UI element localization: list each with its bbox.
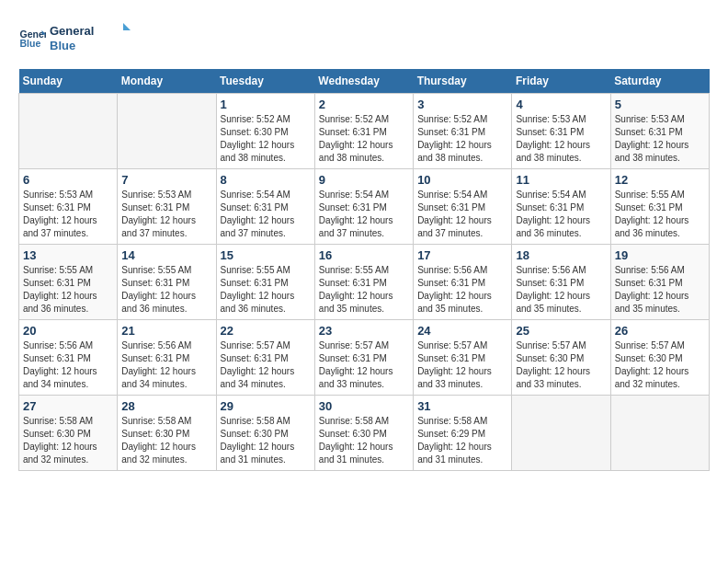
day-number: 7 (121, 173, 211, 187)
day-cell: 12Sunrise: 5:55 AM Sunset: 6:31 PM Dayli… (610, 168, 709, 244)
day-info: Sunrise: 5:57 AM Sunset: 6:30 PM Dayligh… (615, 339, 705, 391)
day-number: 18 (516, 248, 606, 262)
day-cell: 18Sunrise: 5:56 AM Sunset: 6:31 PM Dayli… (512, 244, 610, 319)
weekday-header-saturday: Saturday (610, 69, 709, 94)
day-number: 29 (221, 399, 311, 413)
day-cell: 6Sunrise: 5:53 AM Sunset: 6:31 PM Daylig… (19, 168, 118, 244)
svg-text:Blue: Blue (50, 39, 75, 52)
day-cell: 5Sunrise: 5:53 AM Sunset: 6:31 PM Daylig… (610, 93, 709, 168)
day-number: 9 (319, 173, 409, 187)
weekday-header-tuesday: Tuesday (216, 69, 314, 94)
day-number: 8 (221, 173, 311, 187)
day-info: Sunrise: 5:54 AM Sunset: 6:31 PM Dayligh… (516, 189, 606, 240)
day-number: 30 (319, 399, 409, 413)
day-info: Sunrise: 5:56 AM Sunset: 6:31 PM Dayligh… (121, 339, 211, 391)
svg-marker-5 (123, 23, 131, 30)
day-info: Sunrise: 5:52 AM Sunset: 6:31 PM Dayligh… (319, 113, 409, 165)
day-number: 31 (417, 399, 507, 413)
day-number: 17 (417, 248, 507, 262)
day-cell: 19Sunrise: 5:56 AM Sunset: 6:31 PM Dayli… (610, 244, 709, 319)
day-number: 15 (221, 248, 311, 262)
day-cell: 16Sunrise: 5:55 AM Sunset: 6:31 PM Dayli… (314, 244, 413, 319)
day-info: Sunrise: 5:55 AM Sunset: 6:31 PM Dayligh… (23, 264, 113, 316)
weekday-header-monday: Monday (118, 69, 216, 94)
day-cell: 8Sunrise: 5:54 AM Sunset: 6:31 PM Daylig… (216, 168, 314, 244)
day-info: Sunrise: 5:57 AM Sunset: 6:30 PM Dayligh… (516, 339, 606, 391)
day-info: Sunrise: 5:57 AM Sunset: 6:31 PM Dayligh… (417, 339, 507, 391)
day-cell: 25Sunrise: 5:57 AM Sunset: 6:30 PM Dayli… (512, 319, 610, 395)
day-cell: 14Sunrise: 5:55 AM Sunset: 6:31 PM Dayli… (118, 244, 216, 319)
day-number: 28 (121, 399, 211, 413)
day-info: Sunrise: 5:53 AM Sunset: 6:31 PM Dayligh… (23, 189, 113, 240)
day-number: 25 (516, 324, 606, 338)
day-number: 22 (221, 324, 311, 338)
day-info: Sunrise: 5:56 AM Sunset: 6:31 PM Dayligh… (516, 264, 606, 316)
day-number: 1 (221, 98, 311, 111)
day-number: 2 (319, 98, 409, 111)
day-cell: 4Sunrise: 5:53 AM Sunset: 6:31 PM Daylig… (512, 93, 610, 168)
day-number: 20 (23, 324, 113, 338)
logo-icon: General Blue (18, 25, 46, 52)
week-row-5: 27Sunrise: 5:58 AM Sunset: 6:30 PM Dayli… (19, 395, 710, 470)
day-number: 27 (23, 399, 113, 413)
day-cell: 21Sunrise: 5:56 AM Sunset: 6:31 PM Dayli… (118, 319, 216, 395)
calendar-table: SundayMondayTuesdayWednesdayThursdayFrid… (18, 69, 710, 471)
day-cell: 27Sunrise: 5:58 AM Sunset: 6:30 PM Dayli… (19, 395, 118, 470)
day-number: 21 (121, 324, 211, 338)
day-cell: 23Sunrise: 5:57 AM Sunset: 6:31 PM Dayli… (314, 319, 413, 395)
day-number: 6 (23, 173, 113, 187)
day-number: 16 (319, 248, 409, 262)
day-cell: 3Sunrise: 5:52 AM Sunset: 6:31 PM Daylig… (414, 93, 512, 168)
logo-text: General Blue (50, 18, 132, 60)
day-cell: 10Sunrise: 5:54 AM Sunset: 6:31 PM Dayli… (414, 168, 512, 244)
day-info: Sunrise: 5:57 AM Sunset: 6:31 PM Dayligh… (319, 339, 409, 391)
week-row-4: 20Sunrise: 5:56 AM Sunset: 6:31 PM Dayli… (19, 319, 710, 395)
day-cell: 28Sunrise: 5:58 AM Sunset: 6:30 PM Dayli… (118, 395, 216, 470)
week-row-2: 6Sunrise: 5:53 AM Sunset: 6:31 PM Daylig… (19, 168, 710, 244)
day-cell: 17Sunrise: 5:56 AM Sunset: 6:31 PM Dayli… (414, 244, 512, 319)
weekday-header-wednesday: Wednesday (314, 69, 413, 94)
day-info: Sunrise: 5:56 AM Sunset: 6:31 PM Dayligh… (615, 264, 705, 316)
day-number: 13 (23, 248, 113, 262)
day-info: Sunrise: 5:52 AM Sunset: 6:31 PM Dayligh… (417, 113, 507, 165)
week-row-3: 13Sunrise: 5:55 AM Sunset: 6:31 PM Dayli… (19, 244, 710, 319)
day-cell: 1Sunrise: 5:52 AM Sunset: 6:30 PM Daylig… (216, 93, 314, 168)
day-info: Sunrise: 5:54 AM Sunset: 6:31 PM Dayligh… (417, 189, 507, 240)
day-cell: 30Sunrise: 5:58 AM Sunset: 6:30 PM Dayli… (314, 395, 413, 470)
day-number: 4 (516, 98, 606, 111)
day-cell (118, 93, 216, 168)
day-info: Sunrise: 5:53 AM Sunset: 6:31 PM Dayligh… (516, 113, 606, 165)
day-info: Sunrise: 5:55 AM Sunset: 6:31 PM Dayligh… (121, 264, 211, 316)
day-cell: 7Sunrise: 5:53 AM Sunset: 6:31 PM Daylig… (118, 168, 216, 244)
day-cell: 11Sunrise: 5:54 AM Sunset: 6:31 PM Dayli… (512, 168, 610, 244)
day-cell: 9Sunrise: 5:54 AM Sunset: 6:31 PM Daylig… (314, 168, 413, 244)
day-info: Sunrise: 5:58 AM Sunset: 6:30 PM Dayligh… (121, 415, 211, 466)
day-info: Sunrise: 5:58 AM Sunset: 6:29 PM Dayligh… (417, 415, 507, 466)
day-number: 14 (121, 248, 211, 262)
day-number: 5 (615, 98, 705, 111)
day-number: 12 (615, 173, 705, 187)
day-info: Sunrise: 5:55 AM Sunset: 6:31 PM Dayligh… (615, 189, 705, 240)
day-info: Sunrise: 5:52 AM Sunset: 6:30 PM Dayligh… (221, 113, 311, 165)
svg-text:Blue: Blue (20, 38, 41, 49)
day-cell (512, 395, 610, 470)
page-header: General Blue General Blue (18, 18, 710, 60)
weekday-header-sunday: Sunday (19, 69, 118, 94)
day-cell: 24Sunrise: 5:57 AM Sunset: 6:31 PM Dayli… (414, 319, 512, 395)
day-cell: 31Sunrise: 5:58 AM Sunset: 6:29 PM Dayli… (414, 395, 512, 470)
day-info: Sunrise: 5:53 AM Sunset: 6:31 PM Dayligh… (121, 189, 211, 240)
svg-text:General: General (50, 24, 94, 38)
logo: General Blue General Blue (18, 18, 132, 60)
day-number: 19 (615, 248, 705, 262)
day-cell: 29Sunrise: 5:58 AM Sunset: 6:30 PM Dayli… (216, 395, 314, 470)
day-cell: 26Sunrise: 5:57 AM Sunset: 6:30 PM Dayli… (610, 319, 709, 395)
day-cell: 20Sunrise: 5:56 AM Sunset: 6:31 PM Dayli… (19, 319, 118, 395)
day-info: Sunrise: 5:54 AM Sunset: 6:31 PM Dayligh… (319, 189, 409, 240)
day-number: 11 (516, 173, 606, 187)
day-cell (610, 395, 709, 470)
day-info: Sunrise: 5:58 AM Sunset: 6:30 PM Dayligh… (221, 415, 311, 466)
day-cell: 22Sunrise: 5:57 AM Sunset: 6:31 PM Dayli… (216, 319, 314, 395)
day-info: Sunrise: 5:56 AM Sunset: 6:31 PM Dayligh… (23, 339, 113, 391)
day-info: Sunrise: 5:55 AM Sunset: 6:31 PM Dayligh… (221, 264, 311, 316)
weekday-header-row: SundayMondayTuesdayWednesdayThursdayFrid… (19, 69, 710, 94)
